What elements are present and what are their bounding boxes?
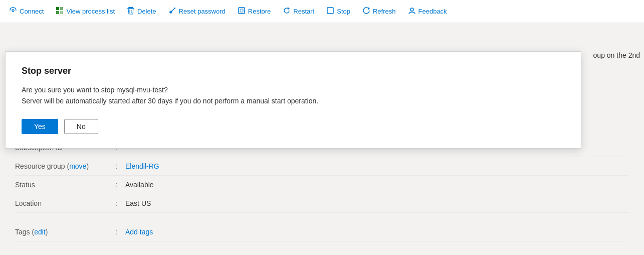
dialog-overlay: Stop server Are you sure you want to sto…: [0, 46, 644, 255]
refresh-button[interactable]: Refresh: [357, 4, 401, 19]
stop-server-dialog: Stop server Are you sure you want to sto…: [5, 51, 581, 149]
svg-rect-3: [56, 11, 59, 14]
delete-button[interactable]: Delete: [122, 4, 161, 19]
delete-label: Delete: [137, 8, 156, 15]
dialog-message: Are you sure you want to stop mysql-mvu-…: [22, 84, 565, 107]
svg-rect-13: [327, 8, 333, 14]
svg-rect-11: [240, 9, 243, 12]
reset-password-button[interactable]: Reset password: [163, 4, 231, 19]
feedback-button[interactable]: Feedback: [403, 4, 452, 19]
svg-rect-4: [60, 11, 63, 14]
connect-icon: [9, 7, 17, 16]
svg-rect-1: [56, 7, 59, 10]
refresh-label: Refresh: [373, 8, 396, 15]
connect-button[interactable]: Connect: [4, 4, 49, 19]
restart-icon: [283, 7, 291, 16]
restore-icon: [238, 7, 246, 16]
view-process-list-button[interactable]: View process list: [51, 4, 120, 19]
svg-rect-10: [239, 8, 245, 14]
restart-label: Restart: [293, 8, 314, 15]
svg-marker-14: [368, 7, 370, 10]
refresh-icon: [362, 7, 370, 16]
view-process-list-label: View process list: [66, 8, 115, 15]
connect-label: Connect: [20, 8, 44, 15]
dialog-buttons: Yes No: [22, 119, 565, 134]
dialog-message-line2: Server will be automatically started aft…: [22, 95, 565, 106]
reset-password-label: Reset password: [179, 8, 226, 15]
svg-point-0: [12, 10, 14, 12]
svg-rect-2: [60, 7, 63, 10]
stop-icon: [326, 7, 334, 16]
svg-point-15: [410, 8, 413, 11]
dialog-message-line1: Are you sure you want to stop mysql-mvu-…: [22, 84, 565, 95]
no-button[interactable]: No: [64, 119, 98, 134]
reset-password-icon: [168, 7, 176, 16]
main-content: oup on the 2nd Subscription ID : Resourc…: [0, 23, 644, 255]
stop-label: Stop: [337, 8, 350, 15]
svg-marker-12: [288, 7, 290, 10]
restore-label: Restore: [248, 8, 271, 15]
view-process-list-icon: [56, 7, 64, 16]
stop-button[interactable]: Stop: [321, 4, 355, 19]
feedback-label: Feedback: [418, 8, 447, 15]
toolbar: Connect View process list Delete: [0, 0, 644, 23]
svg-rect-5: [128, 7, 133, 8]
restart-button[interactable]: Restart: [278, 4, 319, 19]
restore-button[interactable]: Restore: [233, 4, 276, 19]
feedback-icon: [408, 7, 416, 16]
delete-icon: [127, 7, 135, 16]
yes-button[interactable]: Yes: [22, 119, 58, 134]
dialog-title: Stop server: [22, 66, 565, 76]
